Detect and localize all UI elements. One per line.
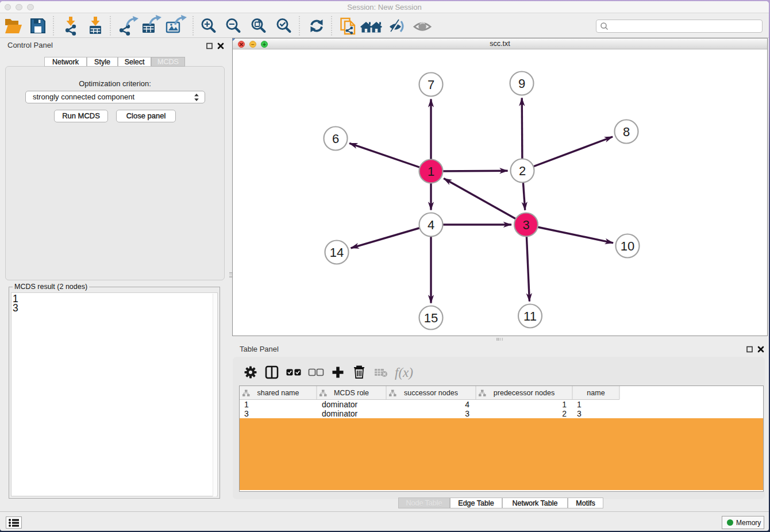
svg-text:11: 11: [523, 309, 537, 323]
svg-text:MCDS role: MCDS role: [334, 389, 369, 397]
svg-text:3: 3: [522, 218, 529, 232]
svg-text:successor nodes: successor nodes: [404, 389, 458, 397]
svg-text:1: 1: [428, 164, 434, 179]
svg-text:4: 4: [428, 218, 434, 232]
svg-text:7: 7: [428, 78, 434, 92]
svg-text:8: 8: [623, 125, 630, 139]
svg-text:shared name: shared name: [257, 389, 299, 397]
svg-text:predecessor nodes: predecessor nodes: [494, 389, 555, 397]
svg-text:f(x): f(x): [395, 365, 413, 380]
svg-text:14: 14: [330, 245, 344, 260]
svg-text:9: 9: [518, 76, 525, 91]
svg-text:2: 2: [519, 164, 526, 178]
svg-text:6: 6: [332, 132, 339, 146]
svg-text:name: name: [587, 389, 605, 397]
svg-text:10: 10: [621, 239, 634, 253]
svg-text:15: 15: [424, 311, 438, 325]
